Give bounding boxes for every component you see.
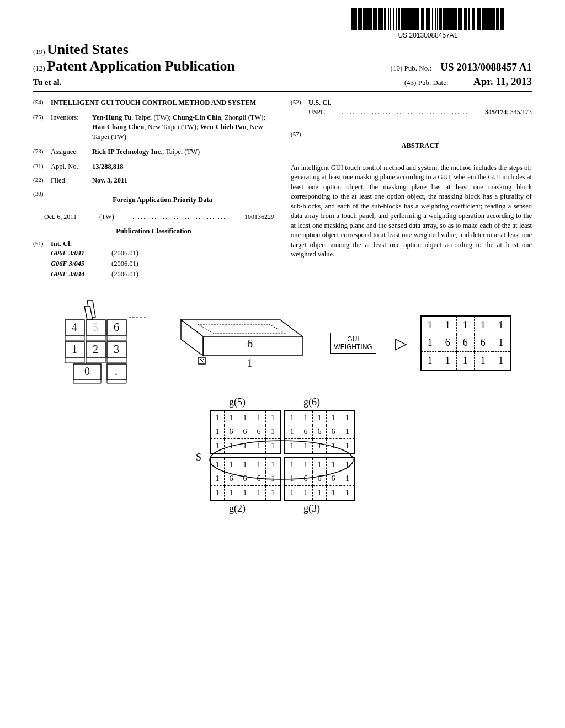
matrix-cell: 1 — [285, 411, 299, 425]
matrix-cell: 1 — [211, 411, 225, 425]
matrix-cell: 1 — [340, 439, 354, 453]
country-prefix: (19) — [33, 47, 45, 56]
matrix-cell: 1 — [422, 317, 439, 334]
key-3: 3 — [114, 343, 119, 355]
title-field-num: (54) — [33, 98, 51, 108]
panel-label-1: 1 — [247, 357, 253, 369]
matrix-cell: 1 — [475, 352, 492, 370]
matrix-cell: 6 — [327, 425, 340, 439]
matrix-cell: 1 — [313, 439, 327, 453]
appl-field-num: (21) — [33, 162, 51, 172]
matrix-cell: 1 — [299, 458, 313, 472]
matrix-cell: 1 — [327, 458, 340, 472]
assignee-value: Rich IP Technology Inc., Taipei (TW) — [92, 147, 274, 157]
priority-date: Oct. 6, 2011 — [44, 212, 99, 221]
matrix-cell: 1 — [340, 486, 354, 500]
matrix-cell: 1 — [266, 486, 280, 500]
matrix-cell: 1 — [252, 486, 266, 500]
quad-matrix-g3: 111111666111111 — [284, 457, 355, 501]
intcl-item: G06F 3/045(2006.01) — [51, 259, 274, 269]
matrix-cell: 1 — [327, 411, 340, 425]
label-g2: g(2) — [229, 503, 246, 515]
matrix-cell: 1 — [266, 472, 280, 486]
classification-heading: Publication Classification — [33, 227, 274, 236]
key-1: 1 — [72, 343, 77, 355]
matrix-cell: 1 — [492, 352, 510, 370]
document-header: (19) United States (12) Patent Applicati… — [33, 41, 532, 88]
intcl-field-num: (51) — [33, 239, 51, 280]
publication-date: Apr. 11, 2013 — [473, 76, 532, 87]
quad-matrix-g2: 111111666111111 — [210, 457, 281, 501]
matrix-cell: 1 — [211, 486, 225, 500]
matrix-cell: 1 — [238, 411, 252, 425]
matrix-cell: 1 — [422, 352, 439, 370]
pub-no-prefix: (10) — [391, 64, 403, 72]
publication-number: US 2013/0088457 A1 — [440, 61, 532, 73]
matrix-cell: 1 — [285, 486, 299, 500]
pub-date-prefix: (43) — [404, 78, 417, 87]
matrix-cell: 1 — [238, 486, 252, 500]
abstract-heading: ABSTRACT — [308, 141, 532, 151]
matrix-cell: 1 — [238, 458, 252, 472]
matrix-cell: 1 — [439, 317, 457, 334]
matrix-cell: 1 — [225, 411, 238, 425]
weighting-matrix: 111111666111111 — [420, 315, 511, 371]
matrix-cell: 1 — [457, 352, 475, 370]
dots-leader: ........................................… — [342, 108, 485, 116]
key-2: 2 — [93, 343, 98, 355]
matrix-cell: 1 — [225, 486, 238, 500]
key-5: 5 — [93, 321, 98, 333]
matrix-cell: 1 — [340, 472, 354, 486]
arrow-icon: ▷ — [395, 334, 407, 352]
matrix-cell: 1 — [327, 439, 340, 453]
key-dot: . — [115, 365, 118, 377]
pub-prefix: (12) — [33, 64, 45, 72]
matrix-cell: 1 — [266, 458, 280, 472]
uspc-label: USPC — [308, 108, 342, 116]
assignee-field-num: (73) — [33, 147, 51, 157]
uscl-label: U.S. Cl. — [308, 98, 532, 108]
filed-field-num: (22) — [33, 176, 51, 185]
matrix-cell: 1 — [492, 317, 510, 334]
matrix-cell: 1 — [313, 411, 327, 425]
matrix-cell: 6 — [225, 425, 238, 439]
matrix-cell: 1 — [299, 411, 313, 425]
matrix-cell: 1 — [340, 411, 354, 425]
matrix-cell: 6 — [313, 425, 327, 439]
matrix-cell: 6 — [238, 472, 252, 486]
matrix-cell: 6 — [327, 472, 340, 486]
country-name: United States — [47, 41, 129, 57]
matrix-cell: 1 — [225, 458, 238, 472]
matrix-cell: 1 — [340, 458, 354, 472]
panel-figure: 6 1 — [159, 303, 313, 383]
matrix-cell: 1 — [238, 439, 252, 453]
matrix-cell: 6 — [313, 472, 327, 486]
matrix-cell: 1 — [492, 334, 510, 352]
matrix-cell: 1 — [422, 334, 439, 352]
matrix-cell: 1 — [313, 486, 327, 500]
quad-matrix-g6: 111111666111111 — [284, 410, 355, 454]
matrix-cell: 1 — [266, 439, 280, 453]
matrix-cell: 6 — [439, 334, 457, 352]
quad-matrix-g5: 111111666111111 — [210, 410, 281, 454]
matrix-cell: 1 — [211, 439, 225, 453]
publication-type: Patent Application Publication — [47, 58, 235, 74]
intcl-item: G06F 3/044(2006.01) — [51, 270, 274, 279]
uspc-codes: 345/174; 345/173 — [485, 108, 532, 116]
matrix-cell: 1 — [475, 317, 492, 334]
matrix-cell: 6 — [252, 472, 266, 486]
abstract-text: An intelligent GUI touch control method … — [291, 163, 532, 260]
key-6: 6 — [114, 321, 119, 333]
matrix-cell: 6 — [299, 425, 313, 439]
dots-leader: ................................... — [132, 212, 230, 221]
abstract-field-num: (57) — [291, 130, 308, 159]
assignee-label: Assignee: — [51, 147, 92, 157]
gui-weighting-label: GUI WEIGHTING — [330, 333, 376, 354]
label-g5: g(5) — [229, 397, 246, 408]
matrix-cell: 1 — [285, 458, 299, 472]
matrix-cell: 6 — [457, 334, 475, 352]
matrix-cell: 1 — [252, 439, 266, 453]
foreign-field-num: (30) — [33, 190, 51, 208]
inventors-label: Inventors: — [51, 113, 92, 142]
panel-label-6: 6 — [247, 338, 253, 350]
